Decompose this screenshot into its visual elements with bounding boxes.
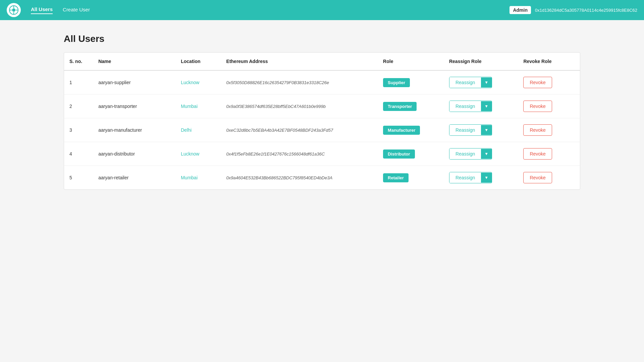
logo-icon <box>7 3 21 17</box>
revoke-button[interactable]: Revoke <box>523 77 552 88</box>
cell-eth-address: 0xeC32d8bc7b5EBA4b3A42E7BF0548BDF243a3Fd… <box>221 118 378 142</box>
table-row: 2 aaryan-transporter Mumbai 0x9a0f3E3865… <box>64 95 580 118</box>
cell-reassign: Reassign ▼ <box>444 166 518 190</box>
role-badge: Distributor <box>383 149 415 159</box>
cell-eth-address: 0x4f1f5eFb8E26e1f1E0427676c1566048df61a3… <box>221 142 378 166</box>
reassign-button[interactable]: Reassign <box>449 101 481 112</box>
cell-name: aaryan-supplier <box>93 70 175 95</box>
cell-reassign: Reassign ▼ <box>444 70 518 95</box>
reassign-button[interactable]: Reassign <box>449 125 481 135</box>
cell-role: Distributor <box>378 142 444 166</box>
svg-point-1 <box>12 8 15 12</box>
reassign-button[interactable]: Reassign <box>449 172 481 183</box>
revoke-button[interactable]: Revoke <box>523 101 552 112</box>
table-row: 5 aaryan-retailer Mumbai 0x9a4604E532B43… <box>64 166 580 190</box>
cell-role: Retailer <box>378 166 444 190</box>
cell-role: Manufacturer <box>378 118 444 142</box>
reassign-dropdown-button[interactable]: ▼ <box>481 101 492 111</box>
table-row: 4 aaryan-distributor Lucknow 0x4f1f5eFb8… <box>64 142 580 166</box>
reassign-group: Reassign ▼ <box>449 124 492 136</box>
reassign-group: Reassign ▼ <box>449 77 492 88</box>
cell-location: Lucknow <box>175 70 221 95</box>
cell-sno: 5 <box>64 166 93 190</box>
table-row: 3 aaryan-manufacturer Delhi 0xeC32d8bc7b… <box>64 118 580 142</box>
cell-sno: 2 <box>64 95 93 118</box>
col-revoke-role: Revoke Role <box>518 53 580 70</box>
cell-sno: 1 <box>64 70 93 95</box>
cell-location: Mumbai <box>175 95 221 118</box>
col-reassign-role: Reassign Role <box>444 53 518 70</box>
cell-location: Lucknow <box>175 142 221 166</box>
navbar-left: All Users Create User <box>7 3 90 17</box>
col-role: Role <box>378 53 444 70</box>
users-table: S. no. Name Location Ethereum Address Ro… <box>64 53 580 189</box>
cell-revoke: Revoke <box>518 118 580 142</box>
users-table-container: S. no. Name Location Ethereum Address Ro… <box>64 52 580 190</box>
cell-name: aaryan-transporter <box>93 95 175 118</box>
admin-badge: Admin <box>509 6 531 14</box>
nav-create-user[interactable]: Create User <box>63 7 90 14</box>
reassign-dropdown-button[interactable]: ▼ <box>481 125 492 135</box>
col-location: Location <box>175 53 221 70</box>
role-badge: Manufacturer <box>383 126 420 135</box>
nav-all-users[interactable]: All Users <box>31 6 53 14</box>
cell-name: aaryan-retailer <box>93 166 175 190</box>
reassign-button[interactable]: Reassign <box>449 77 481 88</box>
table-body: 1 aaryan-supplier Lucknow 0x5f3050D88826… <box>64 70 580 189</box>
cell-location: Delhi <box>175 118 221 142</box>
cell-eth-address: 0x9a0f3E386574df635E28bff5EbC47A601b0e99… <box>221 95 378 118</box>
reassign-dropdown-button[interactable]: ▼ <box>481 173 492 183</box>
cell-revoke: Revoke <box>518 166 580 190</box>
col-eth: Ethereum Address <box>221 53 378 70</box>
main-content: All Users S. no. Name Location Ethereum … <box>0 20 644 203</box>
cell-name: aaryan-distributor <box>93 142 175 166</box>
reassign-button[interactable]: Reassign <box>449 148 481 159</box>
wallet-address: 0x1d136284dC5a305778A0114c4e259915fc8E8C… <box>535 8 637 13</box>
cell-reassign: Reassign ▼ <box>444 118 518 142</box>
page-title: All Users <box>64 34 580 44</box>
cell-eth-address: 0x5f3050D88826E16c26354279F0B3831e3318C2… <box>221 70 378 95</box>
table-row: 1 aaryan-supplier Lucknow 0x5f3050D88826… <box>64 70 580 95</box>
col-sno: S. no. <box>64 53 93 70</box>
revoke-button[interactable]: Revoke <box>523 124 552 136</box>
cell-role: Supplier <box>378 70 444 95</box>
cell-location: Mumbai <box>175 166 221 190</box>
role-badge: Supplier <box>383 78 410 87</box>
cell-revoke: Revoke <box>518 142 580 166</box>
col-name: Name <box>93 53 175 70</box>
cell-name: aaryan-manufacturer <box>93 118 175 142</box>
role-badge: Transporter <box>383 102 417 111</box>
reassign-dropdown-button[interactable]: ▼ <box>481 149 492 159</box>
reassign-dropdown-button[interactable]: ▼ <box>481 77 492 87</box>
reassign-group: Reassign ▼ <box>449 172 492 183</box>
reassign-group: Reassign ▼ <box>449 101 492 112</box>
cell-reassign: Reassign ▼ <box>444 95 518 118</box>
cell-eth-address: 0x9a4604E532B43Bb686522BDC795f8540ED4bDe… <box>221 166 378 190</box>
navbar-right: Admin 0x1d136284dC5a305778A0114c4e259915… <box>509 6 637 14</box>
cell-sno: 4 <box>64 142 93 166</box>
role-badge: Retailer <box>383 173 409 182</box>
cell-reassign: Reassign ▼ <box>444 142 518 166</box>
cell-role: Transporter <box>378 95 444 118</box>
navbar: All Users Create User Admin 0x1d136284dC… <box>0 0 644 20</box>
revoke-button[interactable]: Revoke <box>523 172 552 183</box>
cell-sno: 3 <box>64 118 93 142</box>
cell-revoke: Revoke <box>518 70 580 95</box>
revoke-button[interactable]: Revoke <box>523 148 552 160</box>
reassign-group: Reassign ▼ <box>449 148 492 160</box>
cell-revoke: Revoke <box>518 95 580 118</box>
table-header: S. no. Name Location Ethereum Address Ro… <box>64 53 580 70</box>
